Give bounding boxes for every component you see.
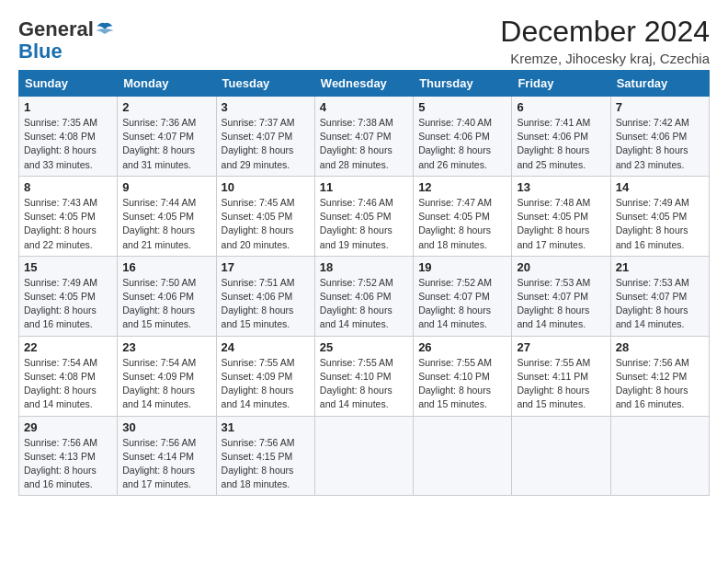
table-row: 5 Sunrise: 7:40 AMSunset: 4:06 PMDayligh… [414,97,512,177]
day-info: Sunrise: 7:46 AMSunset: 4:05 PMDaylight:… [320,196,408,252]
table-row: 14 Sunrise: 7:49 AMSunset: 4:05 PMDaylig… [610,176,709,256]
day-number: 17 [222,260,310,274]
day-number: 1 [24,100,112,114]
day-number: 8 [24,180,112,194]
table-row [512,416,610,496]
table-row: 29 Sunrise: 7:56 AMSunset: 4:13 PMDaylig… [19,416,118,496]
day-info: Sunrise: 7:55 AMSunset: 4:09 PMDaylight:… [222,356,310,412]
table-row: 21 Sunrise: 7:53 AMSunset: 4:07 PMDaylig… [610,256,709,336]
day-info: Sunrise: 7:54 AMSunset: 4:09 PMDaylight:… [122,356,210,412]
day-info: Sunrise: 7:53 AMSunset: 4:07 PMDaylight:… [616,276,704,332]
table-row: 3 Sunrise: 7:37 AMSunset: 4:07 PMDayligh… [216,97,314,177]
day-info: Sunrise: 7:41 AMSunset: 4:06 PMDaylight:… [517,116,605,172]
table-row: 28 Sunrise: 7:56 AMSunset: 4:12 PMDaylig… [610,336,709,416]
day-info: Sunrise: 7:49 AMSunset: 4:05 PMDaylight:… [24,276,112,332]
col-friday: Friday [512,71,610,97]
col-monday: Monday [118,71,216,97]
day-number: 2 [122,100,210,114]
day-number: 5 [418,100,506,114]
day-number: 16 [122,260,210,274]
logo-blue: Blue [18,40,63,63]
calendar-week-row: 29 Sunrise: 7:56 AMSunset: 4:13 PMDaylig… [19,416,710,496]
table-row: 11 Sunrise: 7:46 AMSunset: 4:05 PMDaylig… [314,176,413,256]
calendar-week-row: 1 Sunrise: 7:35 AMSunset: 4:08 PMDayligh… [19,97,710,177]
col-wednesday: Wednesday [314,71,413,97]
day-number: 22 [24,340,112,354]
day-number: 24 [222,340,310,354]
day-info: Sunrise: 7:56 AMSunset: 4:15 PMDaylight:… [222,436,310,492]
table-row: 20 Sunrise: 7:53 AMSunset: 4:07 PMDaylig… [512,256,610,336]
day-number: 15 [24,260,112,274]
day-info: Sunrise: 7:44 AMSunset: 4:05 PMDaylight:… [122,196,210,252]
day-number: 9 [122,180,210,194]
day-info: Sunrise: 7:38 AMSunset: 4:07 PMDaylight:… [320,116,408,172]
day-info: Sunrise: 7:49 AMSunset: 4:05 PMDaylight:… [616,196,704,252]
day-number: 28 [616,340,704,354]
day-number: 20 [517,260,605,274]
day-number: 4 [320,100,408,114]
day-info: Sunrise: 7:45 AMSunset: 4:05 PMDaylight:… [222,196,310,252]
day-info: Sunrise: 7:56 AMSunset: 4:14 PMDaylight:… [122,436,210,492]
day-number: 6 [517,100,605,114]
day-info: Sunrise: 7:40 AMSunset: 4:06 PMDaylight:… [418,116,506,172]
day-number: 13 [517,180,605,194]
day-info: Sunrise: 7:55 AMSunset: 4:10 PMDaylight:… [320,356,408,412]
day-number: 27 [517,340,605,354]
day-number: 25 [320,340,408,354]
page-title: December 2024 [500,15,710,49]
table-row: 26 Sunrise: 7:55 AMSunset: 4:10 PMDaylig… [414,336,512,416]
table-row [314,416,413,496]
calendar-header-row: Sunday Monday Tuesday Wednesday Thursday… [19,71,710,97]
table-row: 7 Sunrise: 7:42 AMSunset: 4:06 PMDayligh… [610,97,709,177]
subtitle: Kremze, Jihocesky kraj, Czechia [500,51,710,66]
day-info: Sunrise: 7:56 AMSunset: 4:12 PMDaylight:… [616,356,704,412]
col-saturday: Saturday [610,71,709,97]
day-number: 21 [616,260,704,274]
day-info: Sunrise: 7:54 AMSunset: 4:08 PMDaylight:… [24,356,112,412]
day-info: Sunrise: 7:55 AMSunset: 4:10 PMDaylight:… [418,356,506,412]
day-info: Sunrise: 7:43 AMSunset: 4:05 PMDaylight:… [24,196,112,252]
day-number: 18 [320,260,408,274]
calendar-table: Sunday Monday Tuesday Wednesday Thursday… [18,70,710,496]
day-info: Sunrise: 7:52 AMSunset: 4:07 PMDaylight:… [418,276,506,332]
day-info: Sunrise: 7:48 AMSunset: 4:05 PMDaylight:… [517,196,605,252]
col-tuesday: Tuesday [216,71,314,97]
day-info: Sunrise: 7:55 AMSunset: 4:11 PMDaylight:… [517,356,605,412]
table-row: 6 Sunrise: 7:41 AMSunset: 4:06 PMDayligh… [512,97,610,177]
table-row: 10 Sunrise: 7:45 AMSunset: 4:05 PMDaylig… [216,176,314,256]
table-row: 8 Sunrise: 7:43 AMSunset: 4:05 PMDayligh… [19,176,118,256]
table-row: 18 Sunrise: 7:52 AMSunset: 4:06 PMDaylig… [314,256,413,336]
day-info: Sunrise: 7:42 AMSunset: 4:06 PMDaylight:… [616,116,704,172]
table-row: 25 Sunrise: 7:55 AMSunset: 4:10 PMDaylig… [314,336,413,416]
day-info: Sunrise: 7:52 AMSunset: 4:06 PMDaylight:… [320,276,408,332]
col-sunday: Sunday [19,71,118,97]
day-number: 3 [222,100,310,114]
table-row: 19 Sunrise: 7:52 AMSunset: 4:07 PMDaylig… [414,256,512,336]
table-row: 4 Sunrise: 7:38 AMSunset: 4:07 PMDayligh… [314,97,413,177]
title-block: December 2024 Kremze, Jihocesky kraj, Cz… [500,15,710,66]
day-info: Sunrise: 7:50 AMSunset: 4:06 PMDaylight:… [122,276,210,332]
day-info: Sunrise: 7:36 AMSunset: 4:07 PMDaylight:… [122,116,210,172]
day-info: Sunrise: 7:56 AMSunset: 4:13 PMDaylight:… [24,436,112,492]
table-row: 27 Sunrise: 7:55 AMSunset: 4:11 PMDaylig… [512,336,610,416]
day-number: 10 [222,180,310,194]
table-row: 30 Sunrise: 7:56 AMSunset: 4:14 PMDaylig… [118,416,216,496]
calendar-week-row: 22 Sunrise: 7:54 AMSunset: 4:08 PMDaylig… [19,336,710,416]
day-number: 12 [418,180,506,194]
table-row: 15 Sunrise: 7:49 AMSunset: 4:05 PMDaylig… [19,256,118,336]
logo-bird-icon [96,20,114,39]
logo-general: General [18,18,94,40]
day-number: 30 [122,420,210,434]
day-number: 29 [24,420,112,434]
calendar-week-row: 15 Sunrise: 7:49 AMSunset: 4:05 PMDaylig… [19,256,710,336]
day-info: Sunrise: 7:35 AMSunset: 4:08 PMDaylight:… [24,116,112,172]
day-number: 31 [222,420,310,434]
logo: General Blue [18,18,114,63]
table-row: 2 Sunrise: 7:36 AMSunset: 4:07 PMDayligh… [118,97,216,177]
page-header: General Blue December 2024 Kremze, Jihoc… [18,15,710,66]
table-row [414,416,512,496]
table-row: 31 Sunrise: 7:56 AMSunset: 4:15 PMDaylig… [216,416,314,496]
table-row: 13 Sunrise: 7:48 AMSunset: 4:05 PMDaylig… [512,176,610,256]
day-info: Sunrise: 7:47 AMSunset: 4:05 PMDaylight:… [418,196,506,252]
table-row: 12 Sunrise: 7:47 AMSunset: 4:05 PMDaylig… [414,176,512,256]
